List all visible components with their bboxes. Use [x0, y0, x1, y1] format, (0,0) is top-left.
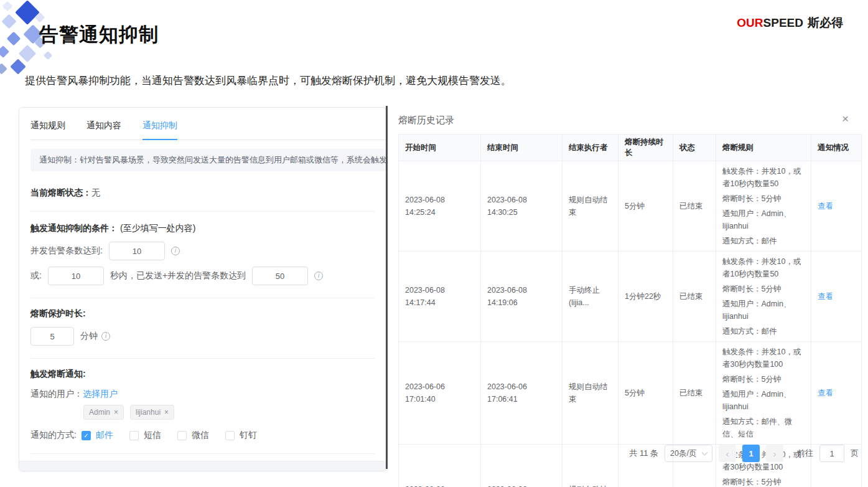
- table-header-row: 开始时间 结束时间 结束执行者 熔断持续时长 状态 熔断规则 通知情况: [399, 135, 862, 161]
- cell-rule: 触发条件：并发10，或者10秒内数量50 熔断时长：5分钟 通知用户：Admin…: [716, 252, 811, 342]
- page-size-value: 20条/页: [670, 448, 696, 459]
- cell-duration: 5分钟: [618, 342, 673, 445]
- rule-line: 触发条件：并发10，或者10秒内数量50: [722, 254, 805, 281]
- condition-hint: (至少填写一处内容): [120, 223, 195, 234]
- tag-close-icon[interactable]: ×: [164, 405, 169, 419]
- view-link[interactable]: 查看: [818, 202, 833, 210]
- close-icon[interactable]: ×: [842, 113, 849, 125]
- col-duration: 熔断持续时长: [618, 135, 673, 161]
- checkbox-wechat-label: 微信: [192, 430, 209, 441]
- trigger-notify-label: 触发熔断通知:: [30, 369, 86, 380]
- select-user-link[interactable]: 选择用户: [83, 389, 118, 400]
- checkbox-sms-label: 短信: [144, 430, 161, 441]
- col-rule: 熔断规则: [716, 135, 811, 161]
- prev-page-button[interactable]: ‹: [719, 445, 736, 462]
- cell-end-time: 2023-06-08 14:19:06: [481, 252, 562, 342]
- suppression-info-alert: 通知抑制：针对告警风暴场景，导致突然间发送大量的告警信息到用户邮箱或微信等，系统…: [30, 149, 386, 171]
- divider: [30, 453, 375, 454]
- pagination: 共 11 条 20条/页 ‹ 1 › 前往 页: [398, 445, 859, 462]
- divider: [30, 358, 375, 359]
- checkbox-email[interactable]: ✓ 邮件: [82, 430, 114, 441]
- or-label: 或:: [30, 270, 42, 281]
- cell-duration: 5分钟: [618, 161, 673, 252]
- rule-line: 通知用户：Admin、lijianhui: [722, 387, 805, 414]
- current-page-button[interactable]: 1: [742, 445, 760, 462]
- card-footer-strip: [19, 461, 386, 471]
- panel-divider: [386, 106, 388, 469]
- rule-line: 触发条件：并发10，或者30秒内数量100: [722, 344, 805, 372]
- condition-label: 触发通知抑制的条件：: [30, 223, 118, 234]
- brand-logo-cn: 斯必得: [808, 16, 843, 29]
- col-end-time: 结束时间: [481, 135, 562, 161]
- rule-line: 熔断时长：5分钟: [722, 191, 805, 206]
- tab-notify-rules[interactable]: 通知规则: [30, 120, 65, 139]
- user-tag: Admin ×: [83, 405, 124, 420]
- user-tag-label: lijianhui: [136, 405, 161, 419]
- current-status-label: 当前熔断状态：: [30, 187, 91, 199]
- total-count-input[interactable]: [252, 267, 308, 285]
- user-tag-label: Admin: [89, 405, 110, 419]
- table-row: 2023-06-06 17:01:40 2023-06-06 17:06:41 …: [399, 342, 862, 445]
- rule-line: 通知方式：邮件: [722, 234, 805, 248]
- checkbox-icon: [225, 431, 235, 440]
- protect-duration-label: 熔断保护时长:: [30, 308, 86, 319]
- page-size-select[interactable]: 20条/页: [665, 445, 712, 462]
- protect-duration-input[interactable]: [30, 327, 74, 346]
- seconds-input[interactable]: [48, 267, 104, 285]
- checkbox-icon: ✓: [82, 431, 91, 440]
- info-icon: i: [171, 247, 180, 255]
- current-status-value: 无: [91, 187, 100, 199]
- cell-start-time: 2023-06-08 14:25:24: [399, 161, 481, 252]
- table-row: 2023-06-08 14:17:44 2023-06-08 14:19:06 …: [399, 252, 862, 342]
- cell-executor: 手动终止(lijia...: [562, 252, 618, 342]
- view-link[interactable]: 查看: [818, 389, 833, 397]
- suppression-settings-panel: 通知规则 通知内容 通知抑制 通知抑制：针对告警风暴场景，导致突然间发送大量的告…: [19, 107, 386, 471]
- cell-executor: 规则自动结束: [562, 342, 618, 445]
- checkbox-sms[interactable]: 短信: [129, 430, 162, 441]
- rule-line: 触发条件：并发10，或者10秒内数量50: [722, 164, 805, 191]
- cell-start-time: 2023-06-08 14:17:44: [399, 252, 481, 342]
- concurrent-count-input[interactable]: [109, 242, 165, 260]
- notify-method-label: 通知的方式:: [30, 430, 77, 441]
- rule-line: 通知方式：邮件、微信、短信: [722, 414, 805, 442]
- next-page-button[interactable]: ›: [766, 445, 783, 462]
- view-link[interactable]: 查看: [818, 292, 833, 301]
- col-executor: 结束执行者: [562, 135, 618, 161]
- cell-start-time: 2023-06-06 17:01:40: [399, 342, 481, 445]
- goto-suffix-label: 页: [851, 448, 859, 459]
- tag-close-icon[interactable]: ×: [114, 405, 118, 419]
- checkbox-wechat[interactable]: 微信: [177, 430, 210, 441]
- page-title: 告警通知抑制: [39, 22, 159, 48]
- tab-notify-content[interactable]: 通知内容: [86, 120, 121, 139]
- rule-line: 通知用户：Admin、lijianhui: [722, 206, 805, 234]
- col-notify: 通知情况: [811, 135, 862, 161]
- cell-status: 已结束: [673, 161, 716, 252]
- tab-notify-suppression[interactable]: 通知抑制: [142, 120, 177, 140]
- cell-duration: 1分钟22秒: [618, 252, 673, 342]
- checkbox-email-label: 邮件: [96, 430, 113, 441]
- checkbox-dingtalk[interactable]: 钉钉: [225, 430, 258, 441]
- chevron-down-icon: [702, 449, 708, 455]
- brand-logo-black: SPEED: [763, 16, 803, 29]
- tab-bar: 通知规则 通知内容 通知抑制: [30, 108, 386, 140]
- checkbox-icon: [177, 431, 187, 440]
- goto-page-input[interactable]: [819, 445, 844, 462]
- col-status: 状态: [673, 135, 716, 161]
- cell-end-time: 2023-06-06 17:06:41: [481, 342, 562, 445]
- checkbox-icon: [129, 431, 139, 440]
- divider: [30, 211, 375, 212]
- col-start-time: 开始时间: [399, 135, 481, 161]
- concurrent-count-label: 并发告警条数达到:: [30, 245, 103, 257]
- rule-line: 熔断时长：5分钟: [722, 281, 805, 296]
- goto-label: 前往: [797, 448, 813, 459]
- history-dialog-title: 熔断历史记录: [398, 115, 454, 126]
- cell-end-time: 2023-06-08 14:30:25: [481, 161, 562, 252]
- checkbox-dingtalk-label: 钉钉: [240, 430, 257, 441]
- cell-rule: 触发条件：并发10，或者30秒内数量100 熔断时长：5分钟 通知用户：Admi…: [716, 342, 811, 445]
- page-description: 提供告警风暴抑制功能，当通知告警数达到风暴临界点时，可触发熔断保护机制，避免大规…: [25, 73, 511, 88]
- minutes-unit-label: 分钟: [80, 331, 98, 342]
- check-icon: ✓: [83, 432, 88, 439]
- rule-line: 通知方式：邮件: [722, 324, 805, 339]
- cell-status: 已结束: [673, 252, 716, 342]
- cell-executor: 规则自动结束: [562, 161, 618, 252]
